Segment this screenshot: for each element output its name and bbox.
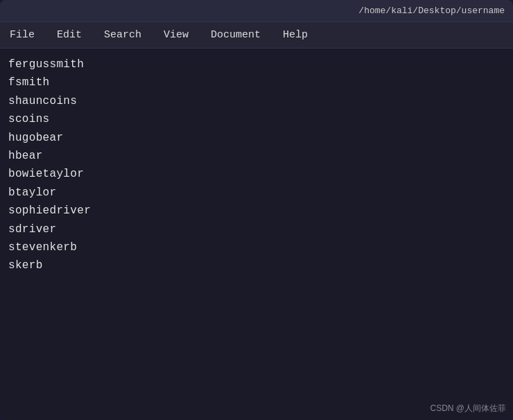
text-editor-window: /home/kali/Desktop/username FileEditSear… — [0, 0, 513, 420]
text-line: hugobear — [8, 129, 505, 147]
menu-item-help[interactable]: Help — [273, 26, 318, 44]
text-line: btaylor — [8, 184, 505, 202]
menu-item-view[interactable]: View — [154, 26, 198, 44]
menu-item-edit[interactable]: Edit — [47, 26, 92, 44]
menu-item-file[interactable]: File — [0, 26, 44, 44]
text-line: skerb — [8, 256, 505, 274]
text-line: bowietaylor — [8, 165, 505, 183]
text-line: sdriver — [8, 220, 505, 238]
text-line: sophiedriver — [8, 202, 505, 220]
content-area: fergussmithfsmithshauncoinsscoinshugobea… — [0, 49, 513, 420]
watermark: CSDN @人间体佐菲 — [430, 403, 506, 414]
text-line: stevenkerb — [8, 238, 505, 256]
menu-item-document[interactable]: Document — [201, 26, 270, 44]
title-text: /home/kali/Desktop/username — [358, 6, 505, 16]
text-line: fsmith — [8, 73, 505, 91]
text-line: fergussmith — [8, 55, 505, 73]
menu-bar: FileEditSearchViewDocumentHelp — [0, 22, 513, 49]
menu-item-search[interactable]: Search — [94, 26, 151, 44]
text-line: scoins — [8, 110, 505, 128]
title-bar: /home/kali/Desktop/username — [0, 0, 513, 22]
text-line: hbear — [8, 147, 505, 165]
text-line: shauncoins — [8, 92, 505, 110]
